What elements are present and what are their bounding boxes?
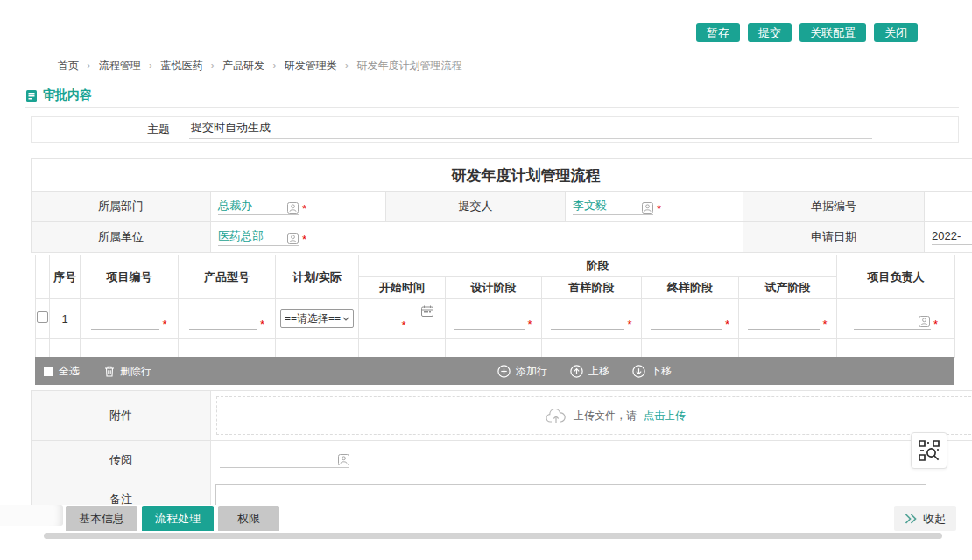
project-no-header: 项目编号 xyxy=(81,256,179,299)
final-sample-input[interactable] xyxy=(651,317,722,330)
unit-value-link[interactable]: 医药总部 xyxy=(218,228,264,244)
close-button[interactable]: 关闭 xyxy=(874,23,918,42)
breadcrumb-current: 研发年度计划管理流程 xyxy=(356,60,461,72)
submitter-label: 提交人 xyxy=(386,192,566,222)
footer-bar: 基本信息 流程处理 权限 收起 xyxy=(0,505,972,560)
cloud-upload-icon xyxy=(546,409,567,424)
calendar-icon[interactable] xyxy=(421,305,433,317)
breadcrumb-rd-category[interactable]: 研发管理类 xyxy=(285,60,337,72)
final-sample-header: 终样阶段 xyxy=(642,277,739,299)
horizontal-scrollbar-thumb[interactable] xyxy=(44,533,942,539)
trial-production-input[interactable] xyxy=(748,317,820,330)
tab-permissions[interactable]: 权限 xyxy=(218,506,279,531)
subject-label: 主题 xyxy=(32,122,189,137)
required-mark: * xyxy=(302,202,306,215)
product-model-input[interactable] xyxy=(189,317,257,330)
required-mark: * xyxy=(401,318,405,332)
trash-icon xyxy=(104,366,115,377)
double-chevron-right-icon xyxy=(905,514,917,524)
subject-row: 主题 提交时自动生成 xyxy=(31,116,959,143)
breadcrumb-product-rd[interactable]: 产品研发 xyxy=(222,60,264,72)
click-to-upload-link[interactable]: 点击上传 xyxy=(644,409,686,424)
move-up-button[interactable]: 上移 xyxy=(570,364,609,379)
department-value-link[interactable]: 总裁办 xyxy=(218,198,252,214)
leader-input[interactable] xyxy=(854,317,931,330)
breadcrumb-home[interactable]: 首页 xyxy=(58,60,79,72)
row-checkbox[interactable] xyxy=(37,312,48,323)
subject-input[interactable]: 提交时自动生成 xyxy=(189,120,872,139)
plan-actual-select-value: ==请选择== xyxy=(285,312,341,326)
start-time-header: 开始时间 xyxy=(359,277,446,299)
document-icon xyxy=(25,89,38,102)
unit-field[interactable]: 医药总部 xyxy=(218,228,299,246)
seq-header: 序号 xyxy=(50,256,81,299)
leader-header: 项目负责人 xyxy=(837,256,955,299)
upload-hint: 上传文件，请 xyxy=(574,409,637,424)
start-time-field[interactable]: * xyxy=(359,305,445,332)
qr-code-icon xyxy=(918,439,940,462)
form-title: 研发年度计划管理流程 xyxy=(32,159,972,192)
start-time-input[interactable] xyxy=(371,305,419,318)
browse-icon xyxy=(919,316,930,327)
delete-row-button[interactable]: 删除行 xyxy=(104,364,151,379)
select-all-button[interactable]: 全选 xyxy=(44,364,80,379)
upload-dropzone[interactable]: 上传文件，请 点击上传 xyxy=(216,396,972,435)
design-phase-input[interactable] xyxy=(454,317,525,330)
browse-icon[interactable] xyxy=(287,202,299,214)
doc-no-input[interactable] xyxy=(932,200,972,214)
tab-process-handling[interactable]: 流程处理 xyxy=(142,506,214,531)
row-seq: 1 xyxy=(50,299,81,339)
required-mark: * xyxy=(627,319,631,330)
related-config-button[interactable]: 关联配置 xyxy=(799,23,866,42)
project-plan-grid: 序号 项目编号 产品型号 计划/实际 阶段 项目负责人 开始时间 设计阶段 首样… xyxy=(35,255,955,358)
apply-date-input[interactable]: 2022- xyxy=(932,229,972,245)
apply-date-label: 申请日期 xyxy=(743,222,925,253)
main-form-table: 研发年度计划管理流程 所属部门 总裁办 * 提交人 李文毅 * 单据编号 xyxy=(31,158,972,253)
select-all-checkbox[interactable] xyxy=(44,367,53,376)
move-up-label: 上移 xyxy=(588,364,609,379)
breadcrumb-process-mgmt[interactable]: 流程管理 xyxy=(99,60,141,72)
product-model-header: 产品型号 xyxy=(179,256,276,299)
breadcrumb-separator: › xyxy=(345,60,349,72)
required-mark: * xyxy=(725,319,729,330)
browse-icon[interactable] xyxy=(642,202,653,214)
first-sample-input[interactable] xyxy=(551,317,624,330)
plan-actual-select[interactable]: ==请选择== xyxy=(280,309,354,328)
submit-button[interactable]: 提交 xyxy=(748,23,792,42)
qr-scan-button[interactable] xyxy=(911,432,947,469)
first-sample-header: 首样阶段 xyxy=(542,277,642,299)
breadcrumb: 首页 › 流程管理 › 蓝悦医药 › 产品研发 › 研发管理类 › 研发年度计划… xyxy=(58,59,461,74)
tab-basic-info[interactable]: 基本信息 xyxy=(66,506,137,531)
submitter-field[interactable]: 李文毅 xyxy=(573,198,653,215)
browse-icon[interactable] xyxy=(287,233,299,244)
breadcrumb-separator: › xyxy=(211,60,215,72)
footer-tabs: 基本信息 流程处理 权限 xyxy=(66,506,279,531)
move-down-label: 下移 xyxy=(651,364,672,379)
save-draft-button[interactable]: 暂存 xyxy=(696,23,740,42)
department-field[interactable]: 总裁办 xyxy=(218,198,299,215)
grid-row-1: 1 * * ==请选择== * xyxy=(36,299,955,339)
trial-production-header: 试产阶段 xyxy=(739,277,837,299)
delete-row-label: 删除行 xyxy=(120,364,151,379)
add-row-button[interactable]: 添加行 xyxy=(497,364,547,379)
circulate-input[interactable] xyxy=(220,452,349,468)
sheet-edge-tab xyxy=(0,505,63,526)
submitter-value-link[interactable]: 李文毅 xyxy=(573,198,607,214)
design-phase-header: 设计阶段 xyxy=(446,277,542,299)
phase-group-header: 阶段 xyxy=(359,256,837,277)
add-row-label: 添加行 xyxy=(516,364,547,379)
required-mark: * xyxy=(527,319,532,330)
project-no-input[interactable] xyxy=(91,317,159,330)
section-divider xyxy=(25,107,959,108)
circle-plus-icon xyxy=(497,365,511,378)
select-all-label: 全选 xyxy=(59,364,80,379)
required-mark: * xyxy=(822,319,827,330)
top-action-bar: 暂存 提交 关联配置 关闭 xyxy=(0,0,972,46)
circle-arrow-down-icon xyxy=(632,365,645,378)
breadcrumb-company[interactable]: 蓝悦医药 xyxy=(160,60,202,72)
required-mark: * xyxy=(162,319,166,330)
move-down-button[interactable]: 下移 xyxy=(632,364,672,379)
breadcrumb-separator: › xyxy=(87,60,90,72)
required-mark: * xyxy=(657,202,661,215)
collapse-button[interactable]: 收起 xyxy=(894,506,956,531)
